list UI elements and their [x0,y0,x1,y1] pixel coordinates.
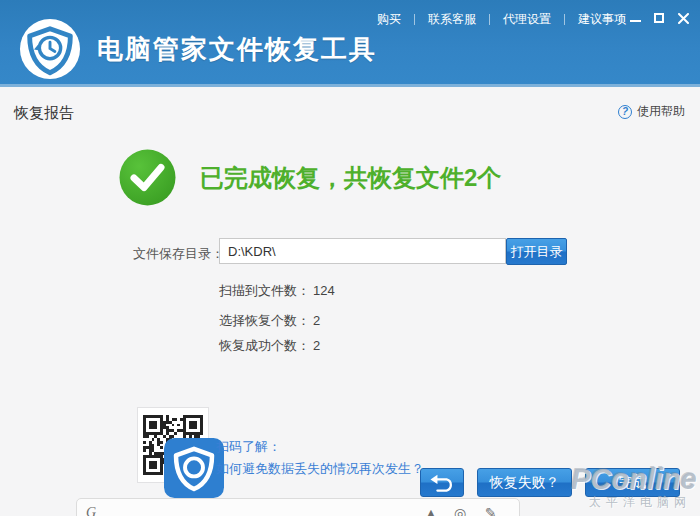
app-logo-shield-clock-icon [19,18,81,80]
help-link[interactable]: ? 使用帮助 [618,103,685,120]
partial-icon-2: ▲ [424,505,438,516]
menu-separator [414,14,415,25]
close-button[interactable] [676,12,690,24]
directory-label: 文件保存目录： [133,245,224,263]
done-button[interactable]: 完成 [585,468,680,497]
recovery-failed-button[interactable]: 恢复失败？ [477,468,572,497]
stat-label: 恢复成功个数： [219,338,310,353]
minimize-icon [630,20,641,22]
maximize-icon [654,13,664,23]
stat-value: 124 [313,283,335,298]
result-message: 已完成恢复，共恢复文件2个 [200,162,501,194]
qr-caption-intro: 扫码了解： [216,438,281,456]
menu-separator [489,14,490,25]
stat-success-count: 恢复成功个数：2 [219,337,320,355]
minimize-button[interactable] [628,12,642,24]
brand: 电脑管家文件恢复工具 [19,18,377,80]
menu-separator [564,14,565,25]
close-icon [678,13,689,24]
stat-scanned-files: 扫描到文件数：124 [219,282,335,300]
app-title: 电脑管家文件恢复工具 [97,32,377,67]
stat-value: 2 [313,313,320,328]
maximize-button[interactable] [652,12,666,24]
question-circle-icon: ? [618,105,632,119]
directory-input[interactable] [219,238,506,264]
menu-item-contact-support[interactable]: 联系客服 [428,11,476,28]
stat-label: 扫描到文件数： [219,283,310,298]
stat-selected-count: 选择恢复个数：2 [219,312,320,330]
qr-caption-question: 如何避免数据丢失的情况再次发生？ [216,460,424,478]
window-controls [628,12,690,24]
qr-center-shield-icon [164,436,224,500]
background-window-strip: G ▲ ◎ ✎ [76,498,520,516]
stat-label: 选择恢复个数： [219,313,310,328]
open-directory-button[interactable]: 打开目录 [506,238,567,265]
titlebar: 电脑管家文件恢复工具 购买 联系客服 代理设置 建议事项 [0,0,700,87]
undo-arrow-icon [429,473,455,492]
menu-item-suggestions[interactable]: 建议事项 [578,11,626,28]
qr-code [137,407,209,483]
back-button[interactable] [420,468,464,497]
stat-value: 2 [313,338,320,353]
titlebar-divider [0,84,700,87]
menu-item-buy[interactable]: 购买 [377,11,401,28]
page-title: 恢复报告 [14,104,74,123]
menu-item-proxy-settings[interactable]: 代理设置 [503,11,551,28]
partial-icon-3: ◎ [454,505,466,516]
success-check-icon [119,149,176,206]
partial-icon-4: ✎ [485,505,497,516]
partial-icon-1: G [86,505,96,516]
top-menu: 购买 联系客服 代理设置 建议事项 [377,11,626,28]
help-label: 使用帮助 [637,103,685,120]
app-window: 电脑管家文件恢复工具 购买 联系客服 代理设置 建议事项 恢复报告 ? 使用帮助 [0,0,700,516]
